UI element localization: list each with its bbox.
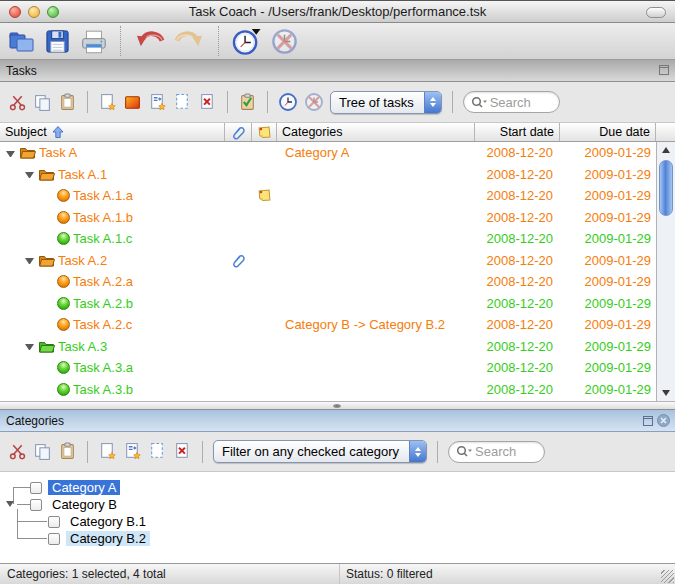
task-row[interactable]: Task A.2.cCategory B -> Category B.22008… [0,314,656,336]
column-header-subject[interactable]: Subject [0,123,225,141]
task-categories-cell [277,250,475,272]
category-filter-dropdown-label: Filter on any checked category [214,444,409,459]
scrollbar-thumb[interactable] [659,160,673,216]
new-category-button[interactable] [98,442,117,461]
category-search-input[interactable] [473,443,535,460]
redo-button[interactable] [173,28,206,55]
maximize-panel-icon[interactable] [642,415,654,427]
new-subtask-button[interactable] [148,93,167,112]
category-checkbox[interactable] [48,516,60,528]
expand-triangle-icon[interactable] [25,258,34,264]
close-window-icon[interactable] [9,6,21,18]
column-header-start-date[interactable]: Start date [475,123,560,141]
delete-category-button[interactable] [173,442,192,461]
category-row[interactable]: Category B.1 [0,513,675,530]
toolbar-toggle-pill-button[interactable] [646,7,666,18]
maximize-panel-icon[interactable] [658,64,670,76]
column-header-note[interactable] [252,123,277,141]
task-search-input[interactable] [488,94,550,111]
start-effort-tracking-button[interactable] [278,92,298,112]
task-viewer-dropdown[interactable]: Tree of tasks [330,91,442,114]
save-button[interactable] [44,28,71,55]
task-due-date: 2009-01-29 [560,207,656,229]
new-task-from-template-button[interactable] [123,93,142,112]
category-checkbox[interactable] [30,482,42,494]
start-tracking-button[interactable] [231,27,263,56]
mark-task-completed-button[interactable] [238,93,257,112]
paste-button[interactable] [58,93,77,112]
close-panel-icon[interactable] [657,414,670,427]
task-row[interactable]: Task ACategory A2008-12-202009-01-29 [0,142,656,164]
task-search-field[interactable] [463,91,560,113]
task-row[interactable]: Task A.2.a2008-12-202009-01-29 [0,271,656,293]
task-due-date: 2009-01-29 [560,379,656,401]
categories-panel-header[interactable]: Categories [0,410,675,432]
minimize-window-icon[interactable] [28,6,40,18]
task-subject-label: Task A.2.a [73,274,133,289]
task-row[interactable]: Task A.12008-12-202009-01-29 [0,164,656,186]
expand-triangle-icon[interactable] [6,151,15,157]
column-header-due-date[interactable]: Due date [560,123,656,141]
note-icon [257,125,272,140]
new-subcategory-button[interactable] [123,442,142,461]
category-row[interactable]: Category B.2 [0,530,675,547]
expand-triangle-icon[interactable] [6,501,14,507]
expand-triangle-icon[interactable] [25,344,34,350]
cut-button[interactable] [8,93,27,112]
task-note-cell [252,228,277,250]
task-row[interactable]: Task A.1.a2008-12-202009-01-29 [0,185,656,207]
task-note-cell [252,185,277,207]
task-ball-green-icon [57,383,70,396]
cut-button[interactable] [8,442,27,461]
category-search-field[interactable] [448,441,545,463]
print-button[interactable] [78,28,108,55]
copy-button[interactable] [33,442,52,461]
edit-task-button[interactable] [173,93,192,112]
tasks-panel-header[interactable]: Tasks [0,60,675,82]
category-checkbox[interactable] [30,499,42,511]
panel-splitter[interactable] [0,401,675,410]
edit-category-button[interactable] [148,442,167,461]
note-icon [257,188,272,203]
category-row[interactable]: Category A [0,479,675,496]
toolbar-separator [218,26,219,56]
task-row[interactable]: Task A.32008-12-202009-01-29 [0,336,656,358]
task-ball-green-icon [57,297,70,310]
expand-triangle-icon[interactable] [25,172,34,178]
task-row[interactable]: Task A.1.c2008-12-202009-01-29 [0,228,656,250]
zoom-window-icon[interactable] [47,6,59,18]
undo-button[interactable] [133,28,166,55]
title-bar[interactable]: Task Coach - /Users/frank/Desktop/perfor… [0,1,675,23]
open-file-button[interactable] [7,28,37,55]
scroll-down-icon[interactable] [657,386,675,400]
task-subject-label: Task A.2.c [73,317,132,332]
task-attachment-cell [225,379,252,401]
task-note-cell [252,293,277,315]
category-row[interactable]: Category B [0,496,675,513]
task-categories-cell: Category A [277,142,475,164]
paste-button[interactable] [58,442,77,461]
search-icon [471,96,488,109]
resize-grip[interactable] [661,570,674,583]
copy-button[interactable] [33,93,52,112]
categories-toolbar: Filter on any checked category [0,432,675,472]
category-filter-dropdown[interactable]: Filter on any checked category [213,440,427,463]
task-row[interactable]: Task A.3.a2008-12-202009-01-29 [0,357,656,379]
task-row[interactable]: Task A.22008-12-202009-01-29 [0,250,656,272]
task-subject-label: Task A.1.c [73,231,132,246]
task-categories-cell [277,164,475,186]
task-ball-orange-icon [57,189,70,202]
category-checkbox[interactable] [48,533,60,545]
scroll-up-icon[interactable] [657,143,675,157]
column-header-categories[interactable]: Categories [277,123,475,141]
category-label: Category B.2 [66,531,150,546]
column-header-attachment[interactable] [225,123,252,141]
task-ball-green-icon [57,361,70,374]
task-row[interactable]: Task A.2.b2008-12-202009-01-29 [0,293,656,315]
task-due-date: 2009-01-29 [560,185,656,207]
delete-task-button[interactable] [198,93,217,112]
new-task-button[interactable] [98,93,117,112]
vertical-scrollbar[interactable] [656,142,675,401]
task-row[interactable]: Task A.1.b2008-12-202009-01-29 [0,207,656,229]
task-row[interactable]: Task A.3.b2008-12-202009-01-29 [0,379,656,401]
